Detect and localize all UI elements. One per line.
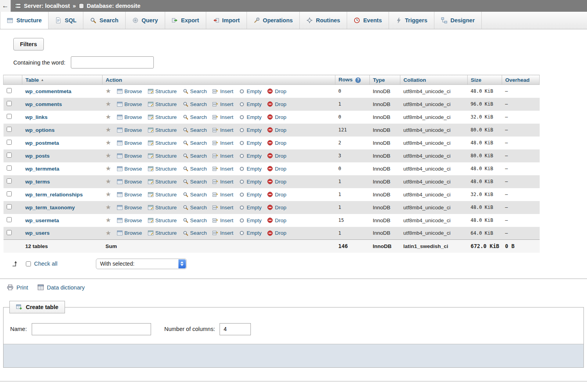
- row-size[interactable]: 48.0 KiB: [468, 137, 502, 149]
- browse-link[interactable]: Browse: [117, 218, 142, 223]
- empty-link[interactable]: Empty: [239, 205, 261, 210]
- browse-link[interactable]: Browse: [117, 140, 142, 146]
- row-checkbox[interactable]: [7, 88, 12, 93]
- browse-link[interactable]: Browse: [117, 153, 142, 159]
- rows-help-icon[interactable]: ?: [355, 77, 361, 83]
- empty-link[interactable]: Empty: [239, 192, 261, 198]
- back-button[interactable]: ←: [0, 0, 11, 12]
- browse-link[interactable]: Browse: [117, 205, 142, 210]
- column-header-collation[interactable]: Collation: [400, 75, 468, 85]
- column-header-size[interactable]: Size: [468, 75, 502, 85]
- structure-link[interactable]: Structure: [148, 140, 177, 146]
- browse-link[interactable]: Browse: [117, 230, 142, 236]
- tab-structure[interactable]: Structure: [0, 12, 49, 29]
- structure-link[interactable]: Structure: [148, 114, 177, 120]
- insert-link[interactable]: Insert: [212, 205, 233, 210]
- row-checkbox[interactable]: [7, 204, 12, 209]
- search-link[interactable]: Search: [183, 114, 207, 120]
- drop-link[interactable]: Drop: [267, 205, 286, 210]
- insert-link[interactable]: Insert: [212, 114, 233, 120]
- favorite-star-icon[interactable]: ★: [106, 178, 111, 185]
- row-size[interactable]: 32.0 KiB: [468, 188, 502, 201]
- with-selected-select[interactable]: With selected:: [96, 259, 187, 269]
- column-header-rows[interactable]: Rows?: [335, 75, 370, 85]
- search-link[interactable]: Search: [183, 179, 207, 185]
- empty-link[interactable]: Empty: [239, 218, 261, 223]
- structure-link[interactable]: Structure: [148, 205, 177, 210]
- table-name-link[interactable]: wp_users: [25, 230, 50, 236]
- insert-link[interactable]: Insert: [212, 179, 233, 185]
- tab-export[interactable]: Export: [165, 12, 206, 29]
- favorite-star-icon[interactable]: ★: [106, 88, 111, 94]
- table-name-link[interactable]: wp_comments: [25, 101, 62, 107]
- row-checkbox[interactable]: [7, 127, 12, 132]
- row-size[interactable]: 80.0 KiB: [468, 124, 502, 137]
- empty-link[interactable]: Empty: [239, 140, 261, 146]
- row-checkbox[interactable]: [7, 217, 12, 222]
- search-link[interactable]: Search: [183, 153, 207, 159]
- table-name-link[interactable]: wp_terms: [25, 179, 50, 185]
- insert-link[interactable]: Insert: [212, 153, 233, 159]
- search-link[interactable]: Search: [183, 127, 207, 133]
- search-link[interactable]: Search: [183, 205, 207, 210]
- table-name-link[interactable]: wp_term_relationships: [25, 192, 83, 198]
- table-name-link[interactable]: wp_term_taxonomy: [25, 205, 75, 210]
- browse-link[interactable]: Browse: [117, 166, 142, 172]
- insert-link[interactable]: Insert: [212, 140, 233, 146]
- favorite-star-icon[interactable]: ★: [106, 140, 111, 146]
- breadcrumb-database-link[interactable]: Database: demosite: [87, 3, 140, 9]
- table-name-input[interactable]: [32, 323, 151, 335]
- structure-link[interactable]: Structure: [148, 179, 177, 185]
- insert-link[interactable]: Insert: [212, 230, 233, 236]
- empty-link[interactable]: Empty: [239, 101, 261, 107]
- drop-link[interactable]: Drop: [267, 153, 286, 159]
- containing-word-input[interactable]: [71, 56, 154, 68]
- favorite-star-icon[interactable]: ★: [106, 204, 111, 210]
- insert-link[interactable]: Insert: [212, 101, 233, 107]
- drop-link[interactable]: Drop: [267, 179, 286, 185]
- empty-link[interactable]: Empty: [239, 88, 261, 94]
- structure-link[interactable]: Structure: [148, 192, 177, 198]
- empty-link[interactable]: Empty: [239, 114, 261, 120]
- table-name-link[interactable]: wp_usermeta: [25, 218, 59, 223]
- drop-link[interactable]: Drop: [267, 114, 286, 120]
- empty-link[interactable]: Empty: [239, 179, 261, 185]
- structure-link[interactable]: Structure: [148, 127, 177, 133]
- tab-events[interactable]: Events: [347, 12, 389, 29]
- column-header-type[interactable]: Type: [370, 75, 400, 85]
- row-checkbox[interactable]: [7, 191, 12, 196]
- search-link[interactable]: Search: [183, 166, 207, 172]
- row-checkbox[interactable]: [7, 230, 12, 235]
- favorite-star-icon[interactable]: ★: [106, 165, 111, 172]
- search-link[interactable]: Search: [183, 218, 207, 223]
- favorite-star-icon[interactable]: ★: [106, 230, 111, 236]
- structure-link[interactable]: Structure: [148, 153, 177, 159]
- tab-designer[interactable]: Designer: [434, 12, 482, 29]
- search-link[interactable]: Search: [183, 88, 207, 94]
- insert-link[interactable]: Insert: [212, 127, 233, 133]
- check-all-control[interactable]: Check all: [26, 261, 58, 267]
- table-name-link[interactable]: wp_postmeta: [25, 140, 59, 146]
- search-link[interactable]: Search: [183, 230, 207, 236]
- insert-link[interactable]: Insert: [212, 218, 233, 223]
- row-size[interactable]: 32.0 KiB: [468, 111, 502, 124]
- browse-link[interactable]: Browse: [117, 114, 142, 120]
- structure-link[interactable]: Structure: [148, 218, 177, 223]
- search-link[interactable]: Search: [183, 101, 207, 107]
- empty-link[interactable]: Empty: [239, 230, 261, 236]
- table-name-link[interactable]: wp_posts: [25, 153, 50, 159]
- columns-count-input[interactable]: [220, 323, 251, 335]
- table-name-link[interactable]: wp_options: [25, 127, 55, 133]
- row-size[interactable]: 48.0 KiB: [468, 175, 502, 188]
- insert-link[interactable]: Insert: [212, 166, 233, 172]
- row-size[interactable]: 48.0 KiB: [468, 214, 502, 227]
- search-link[interactable]: Search: [183, 192, 207, 198]
- tab-search[interactable]: Search: [83, 12, 125, 29]
- insert-link[interactable]: Insert: [212, 88, 233, 94]
- drop-link[interactable]: Drop: [267, 127, 286, 133]
- insert-link[interactable]: Insert: [212, 192, 233, 198]
- row-checkbox[interactable]: [7, 165, 12, 171]
- favorite-star-icon[interactable]: ★: [106, 153, 111, 159]
- tab-sql[interactable]: SQL: [49, 12, 83, 29]
- row-size[interactable]: 48.0 KiB: [468, 162, 502, 175]
